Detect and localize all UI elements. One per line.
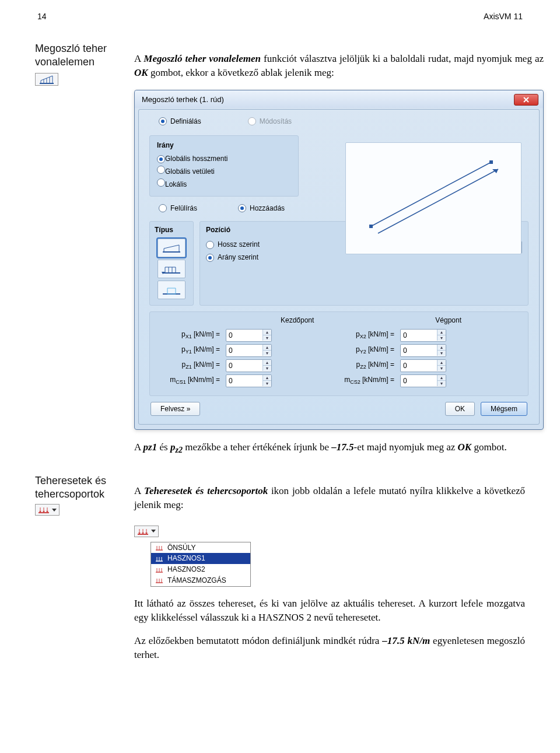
radio-by-ratio[interactable]: Arány szerint [206,253,258,262]
load-case-item[interactable]: HASZNOS2 [151,564,250,575]
load-start-input[interactable]: ▲▼ [226,374,272,387]
section-title-distributed-load: Megoszló teher vonalelemen [35,42,123,68]
load-row: pZ1 [kN/m] =▲▼pZ2 [kN/m] =▲▼ [156,359,522,372]
type-uniform-button[interactable] [158,260,186,278]
chevron-down-icon [52,509,57,512]
distributed-load-icon [35,73,58,86]
svg-marker-15 [164,245,179,252]
close-button[interactable] [514,94,538,106]
load-case-menu: ÖNSÚLYHASZNOS1HASZNOS2TÁMASZMOZGÁS [134,522,525,587]
stepper-icon[interactable]: ▲▼ [262,360,271,371]
close-icon [523,97,530,103]
load-end-input[interactable]: ▲▼ [400,359,446,372]
load-case-menu-button[interactable] [134,526,159,537]
stepper-icon[interactable]: ▲▼ [437,330,446,341]
load-start-input[interactable]: ▲▼ [226,359,272,372]
load-cases-dropdown-icon[interactable] [35,504,60,516]
load-diagram [345,142,522,254]
load-case-icon [137,527,149,535]
sect2-p2: Itt látható az összes tehereset, és ki v… [134,597,525,625]
radio-define[interactable]: Definiálás [159,117,201,127]
col-start: Kezdőpont [281,316,314,325]
page-number: 14 [37,12,47,21]
ok-button[interactable]: OK [445,402,475,416]
load-start-input[interactable]: ▲▼ [226,329,272,342]
label-direction: Irány [157,141,291,150]
stepper-icon[interactable]: ▲▼ [262,330,271,341]
stepper-icon[interactable]: ▲▼ [437,360,446,371]
col-end: Végpont [435,316,461,325]
svg-line-12 [378,169,498,233]
load-case-icon [155,577,164,583]
svg-marker-24 [167,288,176,294]
load-case-name: HASZNOS2 [167,565,205,575]
type-trapezoid-button[interactable] [158,239,186,257]
svg-rect-0 [40,83,54,84]
load-case-name: ÖNSÚLY [167,543,195,553]
product-name: AxisVM 11 [484,12,523,21]
load-row: pY1 [kN/m] =▲▼pY2 [kN/m] =▲▼ [156,344,522,357]
apply-button[interactable]: Felvesz » [150,402,200,416]
load-case-list[interactable]: ÖNSÚLYHASZNOS1HASZNOS2TÁMASZMOZGÁS [150,542,251,587]
radio-local[interactable]: Lokális [157,178,291,190]
load-start-input[interactable]: ▲▼ [226,344,272,357]
sect1-p1: A Megoszló teher vonalelemen funkciót vá… [134,52,544,80]
cancel-button[interactable]: Mégsem [481,402,527,416]
type-partial-button[interactable] [158,281,186,299]
load-case-item[interactable]: ÖNSÚLY [151,542,250,554]
load-end-input[interactable]: ▲▼ [400,344,446,357]
stepper-icon[interactable]: ▲▼ [262,375,271,386]
load-case-name: HASZNOS1 [167,554,205,563]
dialog-title: Megoszló terhek (1. rúd) [142,94,224,105]
load-case-icon [155,567,164,573]
load-case-item[interactable]: HASZNOS1 [151,553,250,564]
radio-overwrite[interactable]: Felülírás [159,204,197,213]
load-end-input[interactable]: ▲▼ [400,374,446,387]
label-type: Típus [153,225,190,235]
svg-marker-13 [492,169,498,173]
load-case-icon [155,556,164,562]
radio-by-length[interactable]: Hossz szerint [206,240,260,250]
radio-global-long[interactable]: Globális hosszmenti [157,154,291,164]
sect1-p2: A pz1 és pz2 mezőkbe a teher értékének í… [134,440,544,456]
load-row: mCS1 [kNm/m] =▲▼mCS2 [kNm/m] =▲▼ [156,374,522,387]
chevron-down-icon [151,530,156,533]
radio-global-proj[interactable]: Globális vetületi [157,166,291,177]
sect2-p3: Az előzőekben bemutatott módon definiálj… [134,634,525,662]
load-case-icon [155,545,164,551]
load-case-name: TÁMASZMOZGÁS [167,576,226,586]
radio-modify[interactable]: Módosítás [248,117,292,127]
stepper-icon[interactable]: ▲▼ [437,375,446,386]
sect2-p1: A Teheresetek és tehercsoportok ikon job… [134,484,525,512]
label-position: Pozíció [206,225,311,235]
load-end-input[interactable]: ▲▼ [400,329,446,342]
stepper-icon[interactable]: ▲▼ [262,345,271,356]
section-title-load-cases: Teheresetek és tehercsoportok [35,474,123,500]
stepper-icon[interactable]: ▲▼ [437,345,446,356]
svg-line-11 [371,162,491,226]
load-case-icon [38,506,50,514]
radio-add[interactable]: Hozzáadás [238,204,285,213]
load-case-item[interactable]: TÁMASZMOZGÁS [151,575,250,586]
load-row: pX1 [kN/m] =▲▼pX2 [kN/m] =▲▼ [156,329,522,342]
distributed-load-dialog: Megoszló terhek (1. rúd) Definiálás Módo… [134,90,544,430]
